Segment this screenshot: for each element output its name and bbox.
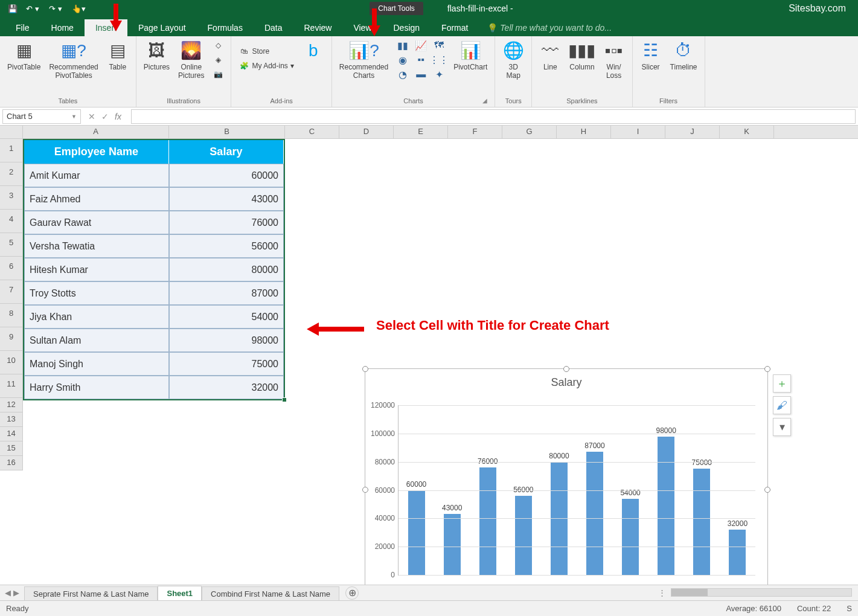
tell-me-search[interactable]: Tell me what you want to do...	[479, 19, 858, 36]
row-header[interactable]: 3	[0, 186, 23, 210]
embedded-chart[interactable]: Salary 600004300076000560008000087000540…	[365, 368, 768, 611]
slicer-button[interactable]: ☷Slicer	[638, 39, 664, 72]
row-header[interactable]: 9	[0, 327, 23, 351]
row-header[interactable]: 15	[0, 441, 23, 456]
row-header[interactable]: 14	[0, 427, 23, 441]
chart-elements-button[interactable]: ＋	[773, 374, 791, 393]
row-header[interactable]: 5	[0, 233, 23, 257]
table-cell-name[interactable]: Hitesh Kumar	[24, 258, 169, 281]
online-pictures-button[interactable]: 🌄Online Pictures	[176, 39, 206, 82]
sparkline-line-button[interactable]: 〰Line	[537, 39, 563, 72]
table-cell-salary[interactable]: 56000	[169, 234, 284, 258]
touch-mode-button[interactable]: 👆▾	[68, 2, 89, 15]
recommended-pivottables-button[interactable]: ▦?Recommended PivotTables	[46, 39, 100, 82]
row-header[interactable]: 11	[0, 374, 23, 398]
row-header[interactable]: 8	[0, 304, 23, 327]
timeline-button[interactable]: ⏱Timeline	[668, 39, 700, 72]
chart-bar[interactable]: 54000	[622, 499, 639, 575]
table-cell-name[interactable]: Gaurav Rawat	[24, 211, 169, 234]
chevron-down-icon[interactable]: ▼	[71, 114, 77, 120]
row-header[interactable]: 2	[0, 162, 23, 186]
sheet-nav-prev[interactable]: ◀	[5, 588, 11, 597]
chart-resize-handle[interactable]	[362, 487, 368, 493]
sheet-tab[interactable]: Seprate First Name & Last Name	[24, 586, 158, 601]
row-header[interactable]: 6	[0, 257, 23, 280]
pivottable-button[interactable]: ▦PivotTable	[5, 39, 43, 72]
column-header[interactable]: B	[169, 126, 285, 138]
shapes-button[interactable]: ◇	[210, 39, 226, 52]
column-header[interactable]: E	[394, 126, 448, 138]
row-header[interactable]: 10	[0, 351, 23, 374]
table-cell-salary[interactable]: 60000	[169, 164, 284, 187]
table-cell-salary[interactable]: 32000	[169, 376, 284, 399]
table-button[interactable]: ▤Table	[104, 39, 131, 72]
sparkline-column-button[interactable]: ▮▮▮Column	[567, 39, 597, 72]
sheet-tab[interactable]: Combind First Name & Last Name	[202, 586, 339, 601]
table-cell-salary[interactable]: 98000	[169, 329, 284, 352]
tab-design[interactable]: Design	[383, 19, 431, 36]
row-header[interactable]: 4	[0, 210, 23, 233]
store-button[interactable]: 🛍Store	[236, 45, 296, 58]
column-header[interactable]: D	[339, 126, 394, 138]
column-header[interactable]: K	[720, 126, 774, 138]
chart-bar[interactable]: 56000	[515, 496, 532, 575]
sheet-tab-active[interactable]: Sheet1	[158, 586, 202, 602]
bing-maps-button[interactable]: b	[300, 39, 327, 63]
chart-resize-handle[interactable]	[362, 366, 368, 372]
select-all-triangle[interactable]	[0, 126, 23, 138]
row-header[interactable]: 12	[0, 398, 23, 412]
row-header[interactable]: 1	[0, 139, 23, 162]
chart-bar[interactable]: 75000	[693, 469, 710, 575]
formula-input[interactable]	[131, 109, 856, 124]
line-chart-icon[interactable]: 📈	[412, 39, 429, 52]
selection-fill-handle[interactable]	[282, 397, 287, 402]
table-cell-salary[interactable]: 80000	[169, 258, 284, 281]
chart-bar[interactable]: 32000	[729, 530, 746, 575]
chart-bar[interactable]: 43000	[444, 514, 461, 575]
tab-file[interactable]: File	[5, 19, 40, 36]
chart-type-gallery[interactable]: ▮▮📈🗺 ◉▪▪⋮⋮ ◔▬✦	[394, 39, 447, 81]
bar-chart-icon[interactable]: ▬	[412, 68, 429, 81]
table-cell-name[interactable]: Faiz Ahmed	[24, 187, 169, 211]
tab-home[interactable]: Home	[40, 19, 85, 36]
data-table-selection[interactable]: Employee Name Salary Amit Kumar60000Faiz…	[23, 139, 285, 400]
smartart-button[interactable]: ◈	[210, 53, 226, 66]
tab-review[interactable]: Review	[293, 19, 343, 36]
cancel-formula-icon[interactable]: ✕	[88, 112, 95, 121]
table-cell-salary[interactable]: 43000	[169, 187, 284, 211]
chart-title[interactable]: Salary	[365, 369, 767, 391]
sparkline-winloss-button[interactable]: ▪▫▪Win/ Loss	[601, 39, 627, 82]
row-header[interactable]: 7	[0, 280, 23, 304]
table-header-name[interactable]: Employee Name	[24, 140, 169, 164]
chart-bar[interactable]: 87000	[586, 452, 603, 575]
table-cell-salary[interactable]: 54000	[169, 305, 284, 329]
table-cell-name[interactable]: Amit Kumar	[24, 164, 169, 187]
3d-map-button[interactable]: 🌐3D Map	[500, 39, 527, 82]
table-cell-name[interactable]: Harry Smith	[24, 376, 169, 399]
statistic-chart-icon[interactable]: ▪▪	[412, 53, 429, 66]
column-header[interactable]: I	[611, 126, 665, 138]
column-chart-icon[interactable]: ▮▮	[394, 39, 411, 52]
combo-chart-icon[interactable]: ✦	[431, 68, 447, 81]
add-sheet-button[interactable]: ⊕	[345, 586, 359, 600]
table-cell-name[interactable]: Sultan Alam	[24, 329, 169, 352]
row-header[interactable]: 13	[0, 412, 23, 427]
column-header[interactable]: F	[448, 126, 502, 138]
chart-bar[interactable]: 98000	[658, 437, 674, 575]
tab-formulas[interactable]: Formulas	[197, 19, 254, 36]
column-header[interactable]: G	[502, 126, 557, 138]
undo-button[interactable]: ↶ ▾	[22, 2, 43, 15]
chart-filters-button[interactable]: ▾	[773, 418, 791, 436]
my-addins-button[interactable]: 🧩My Add-ins ▾	[236, 59, 296, 72]
hierarchy-chart-icon[interactable]: ◉	[394, 53, 411, 66]
redo-button[interactable]: ↷ ▾	[45, 2, 66, 15]
table-cell-salary[interactable]: 75000	[169, 352, 284, 376]
table-cell-salary[interactable]: 87000	[169, 281, 284, 305]
chart-resize-handle[interactable]	[764, 487, 770, 493]
pictures-button[interactable]: 🖼Pictures	[141, 39, 172, 72]
recommended-charts-button[interactable]: 📊?Recommended Charts	[337, 39, 391, 82]
screenshot-button[interactable]: 📷	[210, 68, 226, 81]
table-cell-name[interactable]: Manoj Singh	[24, 352, 169, 376]
chart-bar[interactable]: 76000	[479, 467, 496, 575]
save-icon[interactable]: 💾	[5, 2, 21, 15]
